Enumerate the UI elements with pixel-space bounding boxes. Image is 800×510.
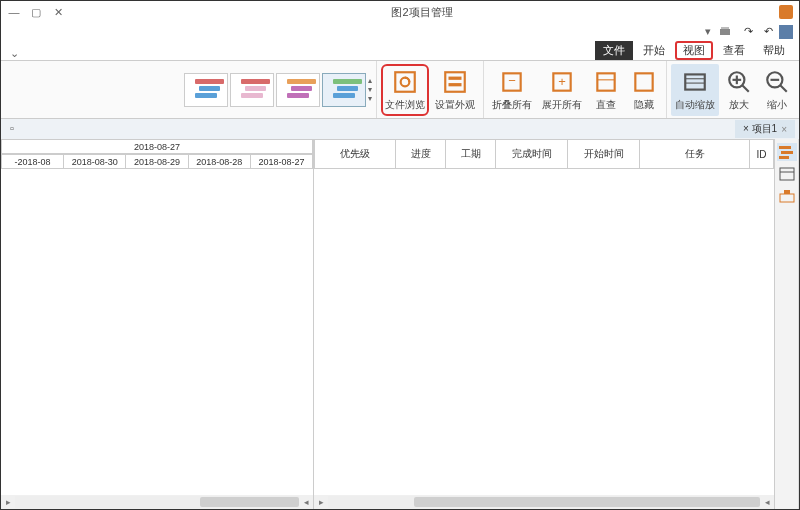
tab-start[interactable]: 开始 bbox=[635, 41, 673, 60]
zoom-out-icon bbox=[763, 68, 791, 96]
save-icon[interactable] bbox=[779, 25, 793, 39]
zoom-in-icon bbox=[725, 68, 753, 96]
svg-rect-20 bbox=[395, 72, 415, 92]
collapse-all-button[interactable]: − 折叠所有 bbox=[488, 64, 536, 116]
sidetool-resource[interactable] bbox=[777, 187, 797, 205]
tabstrip-menu-icon[interactable]: ▫ bbox=[5, 122, 19, 136]
zoom-out-button[interactable]: 缩小 bbox=[759, 64, 795, 116]
svg-text:+: + bbox=[558, 74, 566, 89]
gantt-day-cell: 2018-08- bbox=[1, 154, 64, 169]
window-controls: — ▢ ✕ bbox=[7, 5, 65, 19]
file-browse-button[interactable]: 文件浏览 bbox=[381, 64, 429, 116]
svg-line-1 bbox=[780, 85, 787, 92]
ribbon-collapse-icon[interactable]: ⌄ bbox=[7, 47, 21, 60]
tab-help[interactable]: 帮助 bbox=[755, 41, 793, 60]
auto-zoom-icon bbox=[681, 68, 709, 96]
auto-zoom-button[interactable]: 自动缩放 bbox=[671, 64, 719, 116]
sidetool-calendar[interactable] bbox=[777, 165, 797, 183]
style-thumb-3[interactable] bbox=[230, 73, 274, 107]
menu-tabs: 帮助 查看 视图 开始 文件 ⌄ bbox=[1, 41, 799, 61]
scroll-right-icon[interactable]: ▸ bbox=[1, 497, 15, 507]
zoom-in-button[interactable]: 放大 bbox=[721, 64, 757, 116]
svg-rect-28 bbox=[784, 190, 790, 194]
ribbon-group-zoom: 缩小 放大 自动缩放 bbox=[667, 61, 799, 118]
style-thumb-1[interactable] bbox=[322, 73, 366, 107]
scroll-right-icon[interactable]: ▸ bbox=[314, 497, 328, 507]
tab-view2[interactable]: 查看 bbox=[715, 41, 753, 60]
table-header-cell[interactable]: 任务 bbox=[640, 139, 750, 169]
expand-all-button[interactable]: + 展开所有 bbox=[538, 64, 586, 116]
ribbon: 缩小 放大 自动缩放 隐藏 直查 + 展开所有 − 折叠所有 bbox=[1, 61, 799, 119]
tab-file[interactable]: 文件 bbox=[595, 41, 633, 60]
print-icon[interactable] bbox=[717, 25, 733, 39]
task-table-pane: ID任务开始时间完成时间工期进度优先级 ◂ ▸ bbox=[314, 139, 775, 509]
svg-rect-23 bbox=[781, 151, 793, 154]
table-body[interactable] bbox=[314, 169, 774, 495]
appearance-settings-button[interactable]: 设置外观 bbox=[431, 64, 479, 116]
gantt-hscroll[interactable]: ◂ ▸ bbox=[1, 495, 313, 509]
table-header-cell[interactable]: 优先级 bbox=[314, 139, 396, 169]
ribbon-group-settings: 设置外观 文件浏览 bbox=[377, 61, 484, 118]
svg-rect-11 bbox=[597, 73, 614, 90]
quick-access-toolbar: ↶ ↷ ▾ bbox=[1, 23, 799, 41]
scroll-left-icon[interactable]: ◂ bbox=[760, 497, 774, 507]
undo-icon[interactable]: ↶ bbox=[759, 25, 773, 39]
gantt-day-cell: 2018-08-29 bbox=[126, 154, 188, 169]
svg-rect-10 bbox=[635, 73, 652, 90]
svg-line-4 bbox=[742, 85, 749, 92]
gantt-day-cell: 2018-08-30 bbox=[64, 154, 126, 169]
table-header-cell[interactable]: 进度 bbox=[396, 139, 446, 169]
svg-rect-25 bbox=[780, 168, 794, 180]
ribbon-group-outline: 隐藏 直查 + 展开所有 − 折叠所有 bbox=[484, 61, 667, 118]
ribbon-group-styles: ▴▾▾ bbox=[180, 61, 377, 118]
side-toolbar bbox=[775, 139, 799, 509]
style-gallery-scroll[interactable]: ▴▾▾ bbox=[368, 76, 372, 103]
table-header: ID任务开始时间完成时间工期进度优先级 bbox=[314, 139, 774, 169]
svg-rect-24 bbox=[779, 156, 789, 159]
document-tab-strip: × 项目1 × ▫ bbox=[1, 119, 799, 139]
sidetool-gantt[interactable] bbox=[777, 143, 797, 161]
hide-icon bbox=[630, 68, 658, 96]
maximize-button[interactable]: ▢ bbox=[29, 5, 43, 19]
document-tab-label: 项目1 × bbox=[743, 122, 777, 136]
svg-rect-19 bbox=[449, 83, 462, 86]
style-thumb-4[interactable] bbox=[184, 73, 228, 107]
gantt-day-cell: 2018-08-28 bbox=[189, 154, 251, 169]
gantt-pane: 2018-08-27 2018-08-272018-08-282018-08-2… bbox=[1, 139, 314, 509]
table-header-cell[interactable]: 完成时间 bbox=[496, 139, 568, 169]
collapse-all-icon: − bbox=[498, 68, 526, 96]
title-bar: 图2项目管理 — ▢ ✕ bbox=[1, 1, 799, 23]
svg-rect-17 bbox=[445, 72, 465, 92]
table-header-cell[interactable]: 工期 bbox=[446, 139, 496, 169]
document-tab[interactable]: × 项目1 × bbox=[735, 120, 795, 138]
hide-button[interactable]: 隐藏 bbox=[626, 64, 662, 116]
svg-text:−: − bbox=[508, 73, 516, 88]
gantt-header: 2018-08-27 2018-08-272018-08-282018-08-2… bbox=[1, 139, 313, 169]
file-browse-icon bbox=[391, 68, 419, 96]
close-tab-icon[interactable]: × bbox=[781, 124, 787, 135]
close-button[interactable]: ✕ bbox=[51, 5, 65, 19]
minimize-button[interactable]: — bbox=[7, 5, 21, 19]
window-title: 图2项目管理 bbox=[71, 5, 773, 20]
redo-icon[interactable]: ↷ bbox=[739, 25, 753, 39]
svg-rect-7 bbox=[685, 74, 705, 89]
lookup-icon bbox=[592, 68, 620, 96]
lookup-button[interactable]: 直查 bbox=[588, 64, 624, 116]
gantt-day-cell: 2018-08-27 bbox=[251, 154, 313, 169]
appearance-settings-icon bbox=[441, 68, 469, 96]
scroll-left-icon[interactable]: ◂ bbox=[299, 497, 313, 507]
svg-rect-27 bbox=[780, 194, 794, 202]
app-logo-icon bbox=[779, 5, 793, 19]
expand-all-icon: + bbox=[548, 68, 576, 96]
quick-access-more-icon[interactable]: ▾ bbox=[697, 25, 711, 39]
style-thumb-2[interactable] bbox=[276, 73, 320, 107]
table-hscroll[interactable]: ◂ ▸ bbox=[314, 495, 774, 509]
table-header-cell[interactable]: 开始时间 bbox=[568, 139, 640, 169]
gantt-body[interactable] bbox=[1, 169, 313, 495]
table-header-cell[interactable]: ID bbox=[750, 139, 774, 169]
gantt-week-label: 2018-08-27 bbox=[1, 139, 313, 154]
main-area: ID任务开始时间完成时间工期进度优先级 ◂ ▸ 2018-08-27 2018-… bbox=[1, 139, 799, 509]
tab-view[interactable]: 视图 bbox=[675, 41, 713, 60]
svg-rect-18 bbox=[449, 76, 462, 79]
svg-rect-22 bbox=[779, 146, 791, 149]
